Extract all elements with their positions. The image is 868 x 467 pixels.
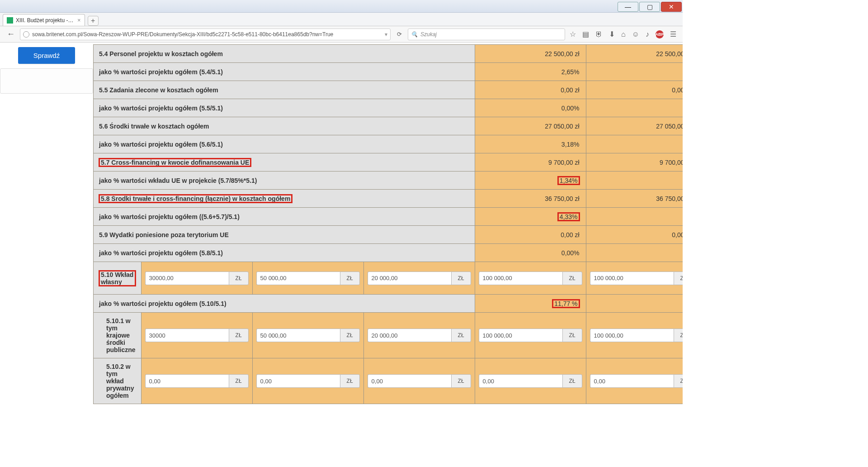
browser-toolbar: ← sowa.britenet.com.pl/Sowa-Rzeszow-WUP-… xyxy=(0,26,683,43)
downloads-icon[interactable]: ⬇ xyxy=(609,30,615,38)
amount-input[interactable] xyxy=(479,329,562,342)
unit-label: ZŁ xyxy=(451,272,471,285)
browser-tab[interactable]: XIII. Budżet projektu - LSI ... × xyxy=(3,14,85,26)
row-label: jako % wartości projektu ogółem (5.6/5.1… xyxy=(94,135,475,153)
row-label: jako % wartości wkładu UE w projekcie (5… xyxy=(94,172,475,190)
row-value: 22 500,00 zł xyxy=(475,45,586,63)
unit-label: ZŁ xyxy=(562,374,582,388)
page-content: Sprawdź 5.4 Personel projektu w kosztach… xyxy=(0,43,683,404)
url-bar[interactable]: sowa.britenet.com.pl/Sowa-Rzeszow-WUP-PR… xyxy=(20,29,391,40)
home-icon[interactable]: ⌂ xyxy=(621,30,626,38)
row-value: 11,77 % xyxy=(475,295,586,313)
budget-table: 5.4 Personel projektu w kosztach ogółem … xyxy=(93,44,683,404)
unit-label: ZŁ xyxy=(674,374,683,388)
unit-label: ZŁ xyxy=(229,329,249,342)
amount-input[interactable] xyxy=(479,272,562,285)
toolbar-icons: ☆ ▤ ⛨ ⬇ ⌂ ☺ ♪ ABP ☰ xyxy=(568,30,678,38)
row-label: 5.4 Personel projektu w kosztach ogółem xyxy=(94,45,475,63)
browser-tabstrip: XIII. Budżet projektu - LSI ... × + xyxy=(0,13,683,26)
row-label: 5.7 Cross-financing w kwocie dofinansowa… xyxy=(94,153,475,172)
notifications-icon[interactable]: ♪ xyxy=(646,30,649,38)
favicon-icon xyxy=(7,17,13,24)
amount-input[interactable] xyxy=(145,374,229,388)
table-row: 5.4 Personel projektu w kosztach ogółem … xyxy=(94,45,683,63)
highlight: 5.7 Cross-financing w kwocie dofinansowa… xyxy=(99,158,251,167)
budget-table-container: 5.4 Personel projektu w kosztach ogółem … xyxy=(93,44,683,404)
row-value: 36 750,00 zł xyxy=(586,190,683,208)
table-row: 5.8 Środki trwałe i cross-financing (łąc… xyxy=(94,190,683,208)
table-row: jako % wartości projektu ogółem ((5.6+5.… xyxy=(94,208,683,226)
bookmark-star-icon[interactable]: ☆ xyxy=(570,30,576,38)
window-close-button[interactable]: ✕ xyxy=(661,2,682,12)
row-value: 22 500,00 zł xyxy=(586,45,683,63)
row-label: 5.9 Wydatki poniesione poza terytorium U… xyxy=(94,226,475,244)
search-icon: 🔍 xyxy=(411,31,418,38)
unit-label: ZŁ xyxy=(674,329,683,342)
highlight: 1,34% xyxy=(558,176,580,185)
row-label: 5.10 Wkład własny xyxy=(94,262,142,295)
new-tab-button[interactable]: + xyxy=(88,16,99,26)
row-label: jako % wartości projektu ogółem (5.4/5.1… xyxy=(94,63,475,81)
row-value: 0,00% xyxy=(475,244,586,262)
table-row: 5.10.2 w tym wkład prywatny ogółem ZŁ ZŁ… xyxy=(94,358,683,404)
row-label: jako % wartości projektu ogółem (5.5/5.1… xyxy=(94,99,475,117)
highlight: 5.10 Wkład własny xyxy=(99,271,136,286)
table-row: jako % wartości projektu ogółem (5.4/5.1… xyxy=(94,63,683,81)
row-value: 4,33% xyxy=(475,208,586,226)
row-label: 5.10.1 w tym krajowe środki publiczne xyxy=(94,313,142,358)
table-row: jako % wartości wkładu UE w projekcie (5… xyxy=(94,172,683,190)
table-row: 5.10 Wkład własny ZŁ ZŁ ZŁ ZŁ ZŁ xyxy=(94,262,683,295)
row-value: 27 050,00 zł xyxy=(586,117,683,135)
row-value: 0,00 zł xyxy=(586,81,683,99)
amount-input[interactable] xyxy=(590,329,674,342)
site-identity-icon xyxy=(23,31,29,38)
table-row: 5.6 Środki trwałe w kosztach ogółem 27 0… xyxy=(94,117,683,135)
table-row: 5.10.1 w tym krajowe środki publiczne ZŁ… xyxy=(94,313,683,358)
amount-input[interactable] xyxy=(590,272,674,285)
check-button[interactable]: Sprawdź xyxy=(18,47,75,64)
amount-input[interactable] xyxy=(256,374,340,388)
table-row: jako % wartości projektu ogółem (5.6/5.1… xyxy=(94,135,683,153)
unit-label: ZŁ xyxy=(340,374,360,388)
row-value xyxy=(586,135,683,153)
table-row: 5.7 Cross-financing w kwocie dofinansowa… xyxy=(94,153,683,172)
amount-input[interactable] xyxy=(256,272,340,285)
amount-input[interactable] xyxy=(368,272,451,285)
window-maximize-button[interactable]: ▢ xyxy=(639,2,660,12)
reload-button[interactable]: ⟳ xyxy=(393,31,405,38)
amount-input[interactable] xyxy=(368,329,451,342)
reading-list-icon[interactable]: ▤ xyxy=(582,30,589,38)
back-button[interactable]: ← xyxy=(5,28,17,41)
menu-icon[interactable]: ☰ xyxy=(670,30,676,38)
table-row: jako % wartości projektu ogółem (5.5/5.1… xyxy=(94,99,683,117)
window-minimize-button[interactable]: — xyxy=(618,2,638,12)
url-text: sowa.britenet.com.pl/Sowa-Rzeszow-WUP-PR… xyxy=(32,31,333,38)
highlight: 5.8 Środki trwałe i cross-financing (łąc… xyxy=(99,195,292,203)
unit-label: ZŁ xyxy=(340,272,360,285)
row-value: 0,00 zł xyxy=(475,81,586,99)
tab-title: XIII. Budżet projektu - LSI ... xyxy=(16,17,75,24)
amount-input[interactable] xyxy=(256,329,340,342)
table-row: 5.5 Zadania zlecone w kosztach ogółem 0,… xyxy=(94,81,683,99)
dropdown-icon[interactable]: ▾ xyxy=(385,31,387,38)
amount-input[interactable] xyxy=(368,374,451,388)
row-value: 9 700,00 zł xyxy=(475,153,586,172)
amount-input[interactable] xyxy=(479,374,562,388)
amount-input[interactable] xyxy=(590,374,674,388)
search-box[interactable]: 🔍 Szukaj xyxy=(408,29,565,40)
unit-label: ZŁ xyxy=(451,374,471,388)
highlight: 11,77 % xyxy=(552,300,579,308)
row-value xyxy=(586,295,683,313)
row-value: 2,65% xyxy=(475,63,586,81)
tab-close-icon[interactable]: × xyxy=(77,17,81,24)
amount-input[interactable] xyxy=(145,272,229,285)
chat-icon[interactable]: ☺ xyxy=(632,30,639,38)
row-label: 5.5 Zadania zlecone w kosztach ogółem xyxy=(94,81,475,99)
amount-input[interactable] xyxy=(145,329,229,342)
unit-label: ZŁ xyxy=(340,329,360,342)
row-value xyxy=(586,208,683,226)
unit-label: ZŁ xyxy=(674,272,683,285)
pocket-icon[interactable]: ⛨ xyxy=(595,30,603,38)
row-value: 27 050,00 zł xyxy=(475,117,586,135)
abp-icon[interactable]: ABP xyxy=(656,30,664,38)
